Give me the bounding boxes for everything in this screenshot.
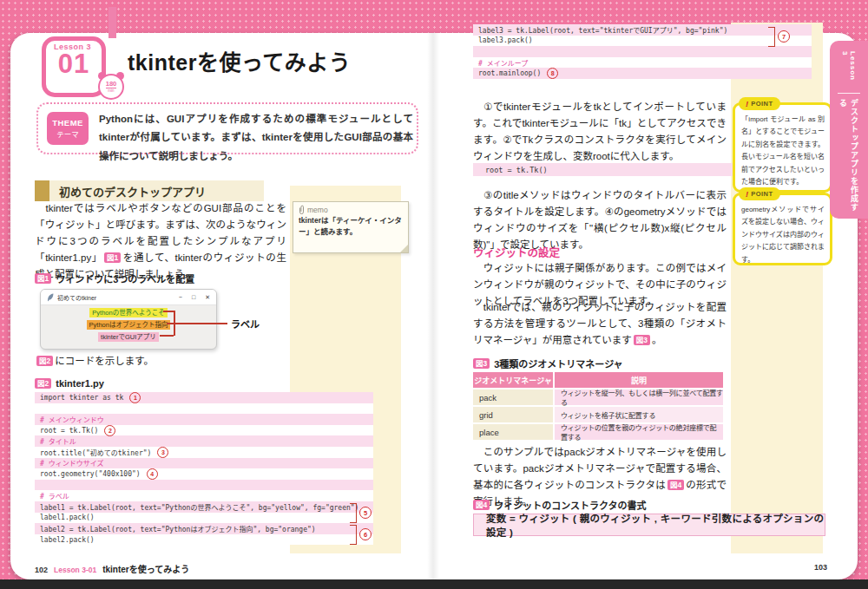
- code-line: label3.pack(): [473, 36, 812, 47]
- table-cell-name: place: [473, 424, 553, 440]
- subheading-widget-settings: ウィジットの設定: [473, 244, 560, 260]
- minimize-icon: −: [179, 294, 182, 300]
- code-comment-line: # メインループ: [473, 57, 812, 69]
- theme-badge-jp: テーマ: [56, 128, 79, 139]
- right-paragraph-4-text2: 。: [652, 335, 662, 345]
- theme-box: THEME テーマ Pythonには、GUIアプリを作成するための標準モジュール…: [36, 102, 418, 154]
- side-tab-title: デスクトップアプリを作成する: [838, 99, 860, 219]
- bracket-5: [350, 503, 357, 523]
- circled-number-5: 5: [359, 507, 372, 519]
- fig3-badge: 図3: [473, 358, 490, 369]
- theme-badge: THEME テーマ: [47, 112, 89, 145]
- left-paragraph-2-text: にコードを示します。: [55, 356, 154, 366]
- code-comment-line: # メインウィンドウ: [35, 414, 373, 425]
- table-header-col1: ジオメトリマネージャ: [473, 372, 553, 388]
- side-tab-separator: [838, 93, 860, 94]
- badge-stem: [108, 7, 116, 38]
- code-line: label1.pack(): [35, 513, 373, 524]
- point-box-1: ! POINT 「import モジュール as 別名」とすることでモジュールに…: [733, 102, 832, 193]
- close-icon: ✕: [205, 294, 210, 301]
- memo-text: tkinterは「ティーケイ・インター」と読みます。: [299, 215, 403, 238]
- memo-header: memo: [299, 205, 403, 214]
- circled-number-8: 8: [547, 68, 558, 79]
- code-line: root.mainloop()8: [473, 68, 812, 79]
- fig3-caption: 図3 3種類のジオメトリマネージャ: [473, 357, 623, 370]
- section-gold-square: [35, 180, 49, 201]
- circled-number-7: 7: [778, 30, 790, 43]
- memo-box: memo tkinterは「ティーケイ・インター」と読みます。: [293, 201, 409, 253]
- circled-number-3: 3: [157, 447, 168, 458]
- table-cell-name: pack: [473, 389, 553, 405]
- point-tag: ! POINT: [739, 97, 780, 110]
- code-line: label2.pack(): [35, 534, 373, 546]
- footer-title: tkinterを使ってみよう: [102, 562, 189, 575]
- footer-left: 102 Lesson 3-01 tkinterを使ってみよう: [35, 562, 189, 575]
- annotation-line: [167, 323, 174, 324]
- annotation-line: [160, 335, 174, 337]
- table-cell-desc: ウィジットの位置を親のウィジットの絶対座標で配置する: [555, 424, 723, 440]
- fig3-caption-text: 3種類のジオメトリマネージャ: [494, 357, 622, 370]
- python-feather-icon: [47, 293, 54, 302]
- fig4-badge: 図4: [473, 500, 490, 510]
- memo-fold-corner: [400, 245, 408, 252]
- code-listing-left: import tkinter as tk1 # メインウィンドウ root = …: [35, 392, 373, 545]
- point-text: geometryメソッドでサイズを設定しない場合、ウィンドウサイズは内部のウィジ…: [741, 204, 825, 266]
- maximize-icon: □: [192, 294, 195, 300]
- code-line: [35, 480, 373, 491]
- fig1-caption-text: ウィンドウに3つのラベルを配置: [56, 272, 194, 285]
- circled-number-2: 2: [104, 425, 115, 436]
- fig4-caption-text: ウィジットのコンストラクタの書式: [494, 498, 646, 512]
- paperclip-icon: [299, 205, 305, 214]
- bracket-7: [768, 27, 775, 47]
- code-line: root = tk.Tk()2: [35, 425, 373, 436]
- window-title-bar: 初めてのtkiner − □ ✕: [41, 290, 216, 305]
- fig2-caption-text: tkinter1.py: [56, 378, 104, 389]
- side-tab-lesson: Lesson 3: [841, 51, 857, 88]
- fig2-caption: 図2 tkinter1.py: [35, 378, 104, 389]
- fig2-inline-badge: 図2: [36, 356, 53, 366]
- point-label: POINT: [751, 190, 773, 198]
- code-line: label1 = tk.Label(root, text="Pythonの世界へ…: [35, 501, 373, 513]
- point-box-2: ! POINT geometryメソッドでサイズを設定しない場合、ウィンドウサイ…: [733, 193, 832, 265]
- fig1-inline-badge: 図1: [104, 252, 121, 263]
- right-paragraph-4-text: tkinterでは、親のウィジットに子のウィジットを配置する方法を管理するツール…: [473, 302, 727, 345]
- clock-icon: 180 min: [98, 74, 124, 100]
- section-heading: 初めてのデスクトップアプリ: [49, 183, 206, 200]
- clock-minutes: 180: [106, 81, 117, 88]
- fig1-badge: 図1: [35, 273, 51, 284]
- table-header-col2: 説明: [555, 372, 723, 388]
- annotation-label: ラベル: [231, 317, 260, 330]
- right-paragraph-4: tkinterでは、親のウィジットに子のウィジットを配置する方法を管理するツール…: [473, 299, 727, 349]
- geometry-manager-table: ジオメトリマネージャ 説明 pack ウィジットを縦一列、もしくは横一列に並べて…: [473, 372, 723, 440]
- footer-lesson-ref: Lesson 3-01: [54, 566, 96, 574]
- theme-text: Pythonには、GUIアプリを作成するための標準モジュールとしてtkinter…: [99, 110, 413, 166]
- code-listing-right: label3 = tk.Label(root, text="tkinterでGU…: [473, 24, 812, 79]
- table-cell-desc: ウィジットを格子状に配置する: [555, 407, 723, 422]
- bottom-edge-strip: [0, 579, 868, 589]
- fig2-badge: 図2: [35, 378, 51, 389]
- code-comment-line: # ウィンドウサイズ: [35, 458, 373, 469]
- circled-number-6: 6: [359, 528, 372, 540]
- annotation-line-lead: [174, 323, 227, 324]
- tk-label-3: tkinterでGUIアプリ: [98, 332, 159, 342]
- lesson-number: 01: [46, 51, 102, 77]
- code-line: import tkinter as tk1: [35, 392, 373, 403]
- clock-unit: min: [108, 88, 114, 93]
- constructor-format-box: 変数 = ウィジット ( 親のウィジット , キーワード引数によるオプションの設…: [473, 514, 825, 536]
- memo-label: memo: [307, 206, 328, 214]
- tkinter-window-figure: 初めてのtkiner − □ ✕ Pythonの世界へようこそ Pythonはオ…: [40, 289, 217, 350]
- page-number-right: 103: [814, 563, 827, 572]
- circled-number-1: 1: [129, 392, 141, 403]
- annotation-line: [163, 311, 174, 312]
- code-line: [35, 403, 373, 415]
- center-fold: [427, 33, 439, 579]
- point-text: 「import モジュール as 別名」とすることでモジュールに別名を設定できま…: [741, 114, 825, 188]
- fig3-inline-badge: 図3: [634, 335, 650, 345]
- fig4-caption: 図4 ウィジットのコンストラクタの書式: [473, 498, 647, 512]
- page-number-left: 102: [35, 566, 48, 574]
- inline-code-root-tk: root = tk.Tk(): [473, 163, 744, 176]
- page-title: tkinterを使ってみよう: [128, 45, 351, 76]
- exclamation-icon: !: [746, 99, 748, 108]
- code-line: label3 = tk.Label(root, text="tkinterでGU…: [473, 24, 812, 36]
- code-comment-line: # タイトル: [35, 435, 373, 447]
